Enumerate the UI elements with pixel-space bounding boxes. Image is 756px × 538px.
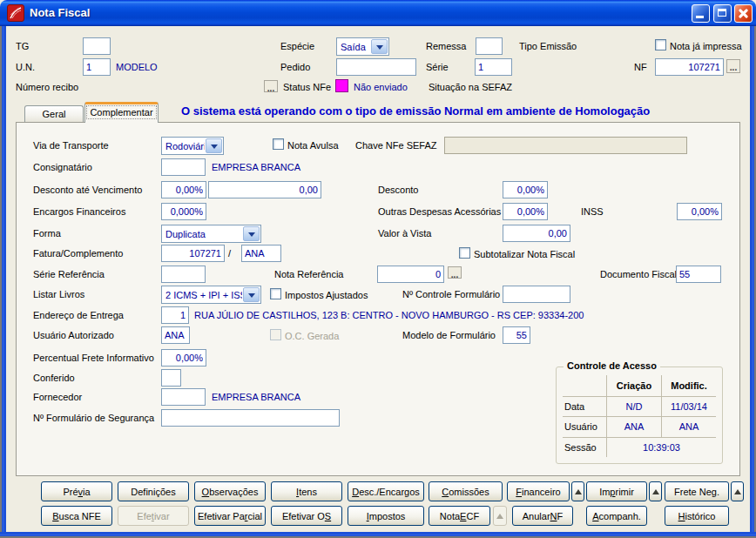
nf-input[interactable]: [655, 58, 724, 76]
maximize-button[interactable]: [713, 4, 732, 23]
fatura-numero-input[interactable]: [161, 245, 225, 262]
conferido-input[interactable]: [161, 369, 181, 387]
row-label-data: Data: [563, 396, 606, 417]
status-nfe-value: Não enviado: [354, 81, 408, 93]
up-arrow-icon: [652, 486, 659, 494]
nota-ref-input[interactable]: [377, 266, 444, 283]
oc-gerada-label: O.C. Gerada: [285, 330, 339, 342]
acompanh-button[interactable]: Acompanh.: [586, 506, 647, 526]
nota-ja-impressa-checkbox[interactable]: [655, 39, 666, 50]
especie-value: Saída: [337, 42, 370, 52]
data-criacao: N/D: [606, 396, 661, 417]
outras-despesas-input[interactable]: [503, 203, 548, 220]
up-arrow-icon: [575, 486, 582, 494]
itens-button[interactable]: Itens: [271, 481, 342, 501]
fornecedor-input[interactable]: [161, 388, 206, 406]
nf-label: NF: [634, 61, 647, 73]
up-arrow-icon: [496, 510, 503, 519]
tab-geral[interactable]: Geral: [24, 105, 84, 123]
perc-frete-input[interactable]: [161, 349, 206, 367]
definicoes-button[interactable]: Definições: [118, 481, 189, 501]
fatura-serie-input[interactable]: [241, 245, 281, 262]
desc-encargos-button[interactable]: Desc./Encargos: [348, 481, 424, 501]
listar-livros-value: 2 ICMS + IPI + ISS: [162, 290, 242, 300]
fornecedor-name: EMPRESA BRANCA: [212, 391, 300, 403]
anular-nf-button[interactable]: Anular NF: [512, 506, 573, 526]
financeiro-up-button[interactable]: [571, 481, 584, 501]
modelo-formulario-input[interactable]: [503, 326, 530, 344]
imprimir-button[interactable]: Imprimir: [586, 481, 647, 501]
encargos-pct-input[interactable]: [161, 203, 206, 220]
tab-complementar[interactable]: Complementar: [84, 102, 159, 123]
nf-lookup-button[interactable]: ...: [726, 59, 740, 73]
consignatario-input[interactable]: [161, 158, 206, 176]
chave-nfe-input[interactable]: [444, 137, 687, 154]
listar-livros-select[interactable]: 2 ICMS + IPI + ISS: [161, 286, 261, 304]
documento-fiscal-input[interactable]: [676, 266, 721, 283]
historico-button[interactable]: Histórico: [665, 506, 729, 526]
financeiro-button[interactable]: Financeiro: [507, 481, 570, 501]
forma-select[interactable]: Duplicata: [161, 225, 261, 243]
nota-ecf-button[interactable]: Nota ECF: [429, 506, 490, 526]
documento-fiscal-label: Documento Fiscal: [600, 268, 677, 280]
sessao-value: 10:39:03: [606, 437, 716, 458]
desconto-venc-label: Desconto até Vencimento: [33, 184, 142, 196]
remessa-input[interactable]: [476, 37, 503, 55]
data-modific: 11/03/14: [661, 396, 716, 417]
pedido-input[interactable]: [336, 58, 416, 76]
window-title: Nota Fiscal: [30, 6, 90, 19]
tg-input[interactable]: [83, 37, 111, 55]
controle-formulario-input[interactable]: [503, 286, 570, 303]
desconto-venc-valor-input[interactable]: [208, 181, 321, 198]
valor-vista-label: Valor à Vista: [378, 227, 431, 239]
nota-ref-lookup-button[interactable]: ...: [448, 266, 462, 279]
minimize-button[interactable]: [692, 4, 710, 23]
formulario-seguranca-input[interactable]: [161, 409, 340, 427]
tipo-emissao-label: Tipo Emissão: [519, 40, 577, 52]
comissoes-button[interactable]: Comissões: [429, 481, 503, 501]
status-nfe-label: Status NFe: [283, 81, 331, 93]
modelo-label: MODELO: [116, 61, 158, 73]
endereco-num-input[interactable]: [161, 306, 189, 324]
nota-avulsa-checkbox[interactable]: [273, 138, 284, 150]
serie-input[interactable]: [475, 58, 512, 76]
close-button[interactable]: [734, 4, 753, 23]
consignatario-name: EMPRESA BRANCA: [212, 161, 300, 173]
efetivar-parcial-button[interactable]: Efetivar Parcial: [194, 506, 266, 526]
chevron-down-icon: [206, 138, 222, 153]
inss-input[interactable]: [677, 203, 722, 220]
endereco-label: Endereço de Entrega: [33, 309, 124, 321]
recibo-lookup-button[interactable]: ...: [264, 80, 278, 92]
tg-label: TG: [16, 40, 29, 52]
desconto-venc-pct-input[interactable]: [161, 181, 206, 198]
frete-neg-up-button[interactable]: [731, 481, 744, 501]
observacoes-button[interactable]: Observações: [194, 481, 266, 501]
frete-neg-button[interactable]: Frete Neg.: [665, 481, 729, 501]
imprimir-up-button[interactable]: [649, 481, 662, 501]
valor-vista-input[interactable]: [503, 225, 570, 242]
row-label-sessao: Sessão: [563, 437, 606, 458]
up-arrow-icon: [734, 486, 741, 494]
usuario-autorizado-label: Usuário Autorizado: [33, 329, 114, 341]
serie-ref-input[interactable]: [161, 266, 206, 283]
controle-acesso-groupbox: Controle de Acesso Criação Modific. Data…: [556, 367, 723, 464]
subtotalizar-checkbox[interactable]: [459, 247, 470, 259]
nota-fiscal-window: Nota Fiscal TG Espécie Saída Remessa Tip…: [0, 0, 756, 538]
desconto-pct-input[interactable]: [503, 181, 548, 198]
tab-complementar-label: Complementar: [87, 106, 155, 118]
impostos-button[interactable]: Impostos: [348, 506, 424, 526]
especie-select[interactable]: Saída: [336, 37, 389, 56]
perc-frete-label: Percentual Frete Informativo: [33, 352, 154, 364]
consignatario-label: Consignatário: [33, 161, 92, 173]
efetivar-os-button[interactable]: Efetivar OS: [271, 506, 342, 526]
nota-ja-impressa-label: Nota já impressa: [670, 40, 742, 52]
titlebar[interactable]: Nota Fiscal: [0, 0, 756, 26]
previa-button[interactable]: Prévia: [41, 481, 112, 501]
un-input[interactable]: [83, 58, 111, 76]
chave-nfe-label: Chave NFe SEFAZ: [355, 139, 437, 151]
window-border-left: [0, 26, 6, 533]
busca-nfe-button[interactable]: Busca NFE: [41, 506, 112, 526]
via-transporte-select[interactable]: Rodoviária: [161, 137, 224, 155]
usuario-autorizado-input[interactable]: [161, 326, 190, 344]
impostos-ajustados-checkbox[interactable]: [270, 288, 281, 299]
